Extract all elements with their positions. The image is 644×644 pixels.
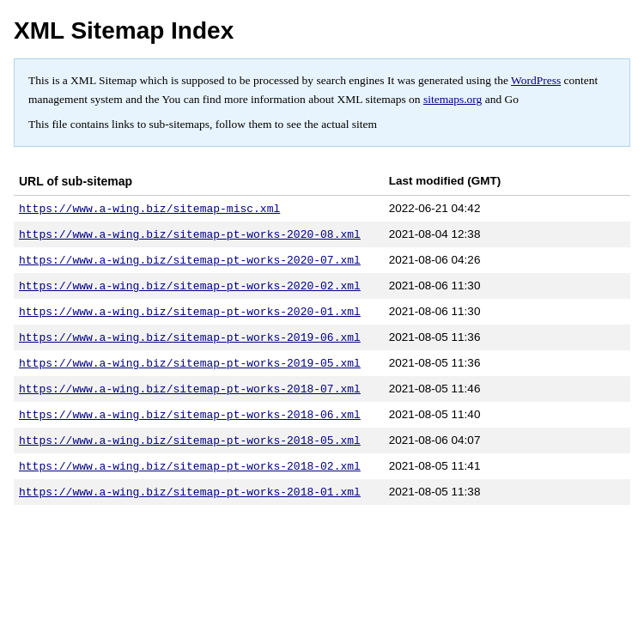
- sitemap-link[interactable]: https://www.a-wing.biz/sitemap-pt-works-…: [19, 228, 361, 241]
- table-row: https://www.a-wing.biz/sitemap-pt-works-…: [14, 247, 630, 273]
- wordpress-link[interactable]: WordPress: [511, 74, 561, 87]
- sitemaps-link[interactable]: sitemaps.org: [423, 93, 482, 106]
- table-row: https://www.a-wing.biz/sitemap-pt-works-…: [14, 376, 630, 402]
- table-cell-date: 2022-06-21 04:42: [384, 195, 630, 222]
- sitemap-link[interactable]: https://www.a-wing.biz/sitemap-pt-works-…: [19, 331, 361, 344]
- table-row: https://www.a-wing.biz/sitemap-pt-works-…: [14, 350, 630, 376]
- info-box: This is a XML Sitemap which is supposed …: [14, 58, 630, 147]
- table-cell-date: 2021-08-06 11:30: [384, 273, 630, 299]
- table-cell-url: https://www.a-wing.biz/sitemap-pt-works-…: [14, 325, 384, 350]
- table-cell-url: https://www.a-wing.biz/sitemap-misc.xml: [14, 195, 384, 222]
- sitemap-link[interactable]: https://www.a-wing.biz/sitemap-pt-works-…: [19, 434, 361, 447]
- col-header-date: Last modified (GMT): [384, 167, 630, 196]
- sitemap-link[interactable]: https://www.a-wing.biz/sitemap-pt-works-…: [19, 460, 361, 473]
- table-row: https://www.a-wing.biz/sitemap-pt-works-…: [14, 273, 630, 299]
- table-row: https://www.a-wing.biz/sitemap-pt-works-…: [14, 402, 630, 428]
- table-cell-url: https://www.a-wing.biz/sitemap-pt-works-…: [14, 453, 384, 479]
- table-cell-url: https://www.a-wing.biz/sitemap-pt-works-…: [14, 376, 384, 402]
- table-cell-date: 2021-08-05 11:40: [384, 402, 630, 428]
- table-row: https://www.a-wing.biz/sitemap-pt-works-…: [14, 453, 630, 479]
- table-row: https://www.a-wing.biz/sitemap-pt-works-…: [14, 428, 630, 453]
- table-row: https://www.a-wing.biz/sitemap-pt-works-…: [14, 222, 630, 247]
- page-title: XML Sitemap Index: [14, 17, 630, 45]
- sitemap-table: URL of sub-sitemap Last modified (GMT) h…: [14, 167, 630, 505]
- table-row: https://www.a-wing.biz/sitemap-misc.xml2…: [14, 195, 630, 222]
- info-line-1: This is a XML Sitemap which is supposed …: [28, 71, 616, 108]
- table-row: https://www.a-wing.biz/sitemap-pt-works-…: [14, 299, 630, 325]
- table-cell-url: https://www.a-wing.biz/sitemap-pt-works-…: [14, 428, 384, 453]
- table-row: https://www.a-wing.biz/sitemap-pt-works-…: [14, 479, 630, 505]
- table-cell-date: 2021-08-06 04:26: [384, 247, 630, 273]
- table-cell-date: 2021-08-05 11:36: [384, 325, 630, 350]
- sitemap-link[interactable]: https://www.a-wing.biz/sitemap-pt-works-…: [19, 383, 361, 396]
- table-cell-url: https://www.a-wing.biz/sitemap-pt-works-…: [14, 247, 384, 273]
- table-cell-date: 2021-08-05 11:36: [384, 350, 630, 376]
- table-cell-date: 2021-08-05 11:38: [384, 479, 630, 505]
- table-cell-date: 2021-08-04 12:38: [384, 222, 630, 247]
- table-cell-url: https://www.a-wing.biz/sitemap-pt-works-…: [14, 273, 384, 299]
- info-line-2: This file contains links to sub-sitemaps…: [28, 115, 616, 134]
- sitemap-link[interactable]: https://www.a-wing.biz/sitemap-pt-works-…: [19, 280, 361, 293]
- table-cell-date: 2021-08-06 04:07: [384, 428, 630, 453]
- table-cell-date: 2021-08-05 11:46: [384, 376, 630, 402]
- sitemap-link[interactable]: https://www.a-wing.biz/sitemap-misc.xml: [19, 203, 280, 216]
- sitemap-link[interactable]: https://www.a-wing.biz/sitemap-pt-works-…: [19, 306, 361, 319]
- sitemap-link[interactable]: https://www.a-wing.biz/sitemap-pt-works-…: [19, 409, 361, 422]
- col-header-url: URL of sub-sitemap: [14, 167, 384, 196]
- sitemap-link[interactable]: https://www.a-wing.biz/sitemap-pt-works-…: [19, 486, 361, 499]
- table-cell-url: https://www.a-wing.biz/sitemap-pt-works-…: [14, 479, 384, 505]
- table-row: https://www.a-wing.biz/sitemap-pt-works-…: [14, 325, 630, 350]
- table-cell-url: https://www.a-wing.biz/sitemap-pt-works-…: [14, 350, 384, 376]
- table-cell-date: 2021-08-06 11:30: [384, 299, 630, 325]
- table-cell-url: https://www.a-wing.biz/sitemap-pt-works-…: [14, 222, 384, 247]
- sitemap-link[interactable]: https://www.a-wing.biz/sitemap-pt-works-…: [19, 357, 361, 370]
- sitemap-link[interactable]: https://www.a-wing.biz/sitemap-pt-works-…: [19, 254, 361, 267]
- table-cell-url: https://www.a-wing.biz/sitemap-pt-works-…: [14, 299, 384, 325]
- table-cell-url: https://www.a-wing.biz/sitemap-pt-works-…: [14, 402, 384, 428]
- table-cell-date: 2021-08-05 11:41: [384, 453, 630, 479]
